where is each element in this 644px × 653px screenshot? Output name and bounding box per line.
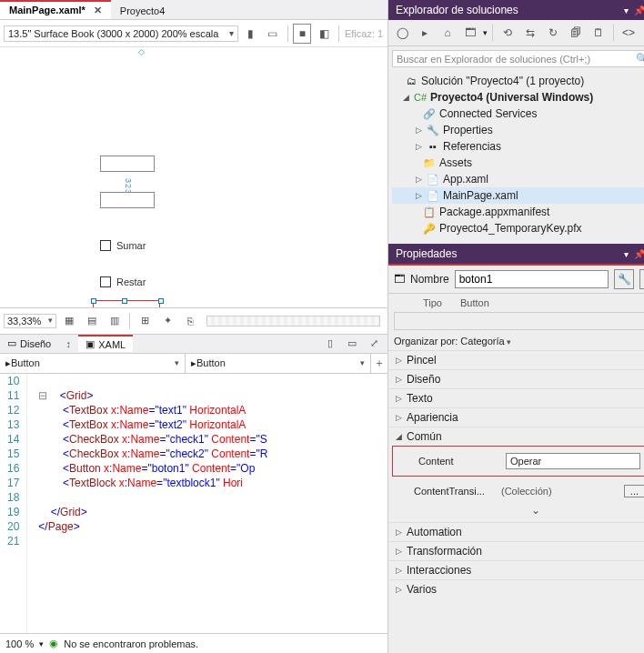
plus-icon[interactable]: ＋	[371, 354, 387, 374]
grid2-icon[interactable]: ▤	[82, 311, 102, 331]
design-canvas[interactable]: 323 Sumar Restar ⊟ 71 Operar	[42, 60, 369, 307]
fwd-icon[interactable]: ▸	[415, 23, 435, 43]
cat-apariencia[interactable]: ▷Apariencia	[388, 408, 644, 427]
expand-more-icon[interactable]: ⌄	[414, 502, 644, 518]
back-icon[interactable]: ◯	[392, 23, 412, 43]
wrench-icon[interactable]: 🔧	[614, 269, 634, 289]
tree-item-manifest[interactable]: 📋Package.appxmanifest	[392, 204, 644, 220]
status-bar: 100 % ▾ ◉ No se encontraron problemas.	[0, 633, 387, 653]
cat-automation[interactable]: ▷Automation	[388, 523, 644, 541]
home-icon[interactable]: ⌂	[438, 23, 458, 43]
zoom-value: 33,33%	[7, 316, 41, 326]
solution-node[interactable]: 🗂Solución "Proyecto4" (1 proyecto)	[392, 73, 644, 89]
crumb-left[interactable]: ▸ Button	[0, 354, 186, 373]
properties-search[interactable]	[394, 312, 644, 330]
check2-label: Restar	[116, 276, 146, 287]
organize-label: Organizar por: Categoría	[394, 336, 505, 347]
orientation-landscape-icon[interactable]: ▭	[264, 24, 282, 44]
line-num: 11	[7, 388, 19, 403]
item-label: Proyecto4_TemporaryKey.pfx	[439, 220, 582, 236]
organize-by[interactable]: Organizar por: Categoría	[388, 334, 644, 350]
split-v-icon[interactable]: ▭	[342, 334, 362, 354]
code-body[interactable]: ⊟ <Grid> <TextBox x:Name="text1" Horizon…	[27, 374, 267, 634]
view-split-icon[interactable]: ◧	[315, 24, 333, 44]
collapse-icon[interactable]: ⇆	[520, 23, 540, 43]
search-icon: 🔍	[636, 53, 644, 65]
check2[interactable]: Restar	[100, 276, 146, 287]
solution-tree[interactable]: 🗂Solución "Proyecto4" (1 proyecto) ◢C#Pr…	[388, 71, 644, 244]
tree-item-key[interactable]: 🔑Proyecto4_TemporaryKey.pfx	[392, 220, 644, 236]
prop-value-text: (Colección)	[501, 486, 619, 497]
view-full-icon[interactable]: ■	[293, 24, 311, 44]
close-icon[interactable]: ✕	[94, 5, 102, 15]
crumb-right-text: Button	[196, 357, 226, 368]
text1-box[interactable]	[100, 156, 155, 172]
cat-texto[interactable]: ▷Texto	[388, 389, 644, 407]
cat-label: Diseño	[407, 373, 440, 386]
tree-item-mainpage[interactable]: ▷📄MainPage.xaml	[392, 187, 644, 204]
cat-pincel[interactable]: ▷Pincel	[388, 351, 644, 369]
device-combo[interactable]: 13.5" Surface Book (3000 x 2000) 200% es…	[4, 25, 238, 42]
view-xaml-tab[interactable]: ▣ XAML	[78, 335, 133, 352]
dropdown-icon[interactable]: ▾	[624, 5, 629, 15]
sync-icon[interactable]: ⟲	[498, 23, 518, 43]
search-placeholder: Buscar en Explorador de soluciones (Ctrl…	[397, 54, 590, 65]
project-label: Proyecto4 (Universal Windows)	[430, 89, 593, 105]
events-icon[interactable]: ⚡	[639, 269, 644, 289]
cat-diseno[interactable]: ▷Diseño	[388, 370, 644, 388]
resize-handle[interactable]	[122, 298, 127, 304]
tree-item-connected[interactable]: 🔗Connected Services	[392, 105, 644, 122]
tab-mainpage[interactable]: MainPage.xaml* ✕	[0, 0, 111, 19]
code-editor[interactable]: 10 11 12 13 14 15 16 17 18 19 20 21 ⊟ <G…	[0, 374, 387, 634]
xaml-icon: ▣	[86, 338, 95, 350]
line-num: 15	[7, 447, 19, 461]
name-input[interactable]	[455, 270, 609, 288]
line-num: 17	[7, 476, 19, 490]
grid3-icon[interactable]: ▥	[105, 311, 125, 331]
refresh-icon[interactable]: ↻	[543, 23, 563, 43]
tree-item-properties[interactable]: ▷🔧Properties	[392, 122, 644, 138]
snap-icon[interactable]: ⊞	[135, 311, 155, 331]
tab-proyecto[interactable]: Proyecto4	[111, 2, 175, 19]
code-icon[interactable]: ⎘	[180, 311, 200, 331]
xaml-label: XAML	[98, 339, 126, 350]
pin-icon[interactable]: 📌	[634, 5, 644, 15]
text2-box[interactable]	[100, 192, 155, 208]
effects-icon[interactable]: ✦	[157, 311, 177, 331]
cat-comun[interactable]: ◢Común	[388, 427, 644, 446]
item-label: MainPage.xaml	[443, 187, 518, 204]
cat-varios[interactable]: ▷Varios	[388, 580, 644, 598]
tree-item-assets[interactable]: 📁Assets	[392, 155, 644, 171]
orientation-portrait-icon[interactable]: ▮	[242, 24, 260, 44]
view-design-tab[interactable]: ▭ Diseño	[0, 336, 58, 351]
project-node[interactable]: ◢C#Proyecto4 (Universal Windows)	[392, 89, 644, 105]
resize-handle[interactable]	[158, 298, 164, 304]
prop-content-value[interactable]: Operar	[506, 453, 640, 469]
crumb-left-text: Button	[11, 357, 40, 368]
properties-icon[interactable]: 🗒	[589, 23, 609, 43]
viewcode-icon[interactable]: <>	[619, 23, 639, 43]
resize-handle[interactable]	[91, 298, 96, 304]
toggle-icon[interactable]: 🗔	[460, 23, 480, 43]
item-label: Package.appxmanifest	[439, 204, 549, 220]
cat-interacciones[interactable]: ▷Interacciones	[388, 561, 644, 579]
design-surface[interactable]: ◇ 323 Sumar Restar ⊟ 71 Operar	[0, 47, 387, 307]
showall-icon[interactable]: 🗐	[566, 23, 586, 43]
swap-icon[interactable]: ↕	[58, 334, 78, 354]
collection-editor-button[interactable]: ...	[624, 485, 644, 497]
cat-transformacion[interactable]: ▷Transformación	[388, 542, 644, 560]
crumb-right[interactable]: ▸ Button	[186, 354, 371, 373]
properties-title: Propiedades	[396, 247, 457, 260]
pin-icon[interactable]: 📌	[634, 249, 644, 259]
expand-icon[interactable]: ⤢	[364, 334, 384, 354]
check1[interactable]: Sumar	[100, 240, 146, 251]
solution-search[interactable]: Buscar en Explorador de soluciones (Ctrl…	[392, 50, 644, 67]
tree-item-references[interactable]: ▷▪▪Referencias	[392, 138, 644, 155]
scrollbar[interactable]	[206, 316, 380, 326]
split-h-icon[interactable]: ▯	[320, 334, 340, 354]
zoom-combo[interactable]: 33,33%	[4, 314, 56, 328]
dropdown-icon[interactable]: ▾	[624, 249, 629, 259]
grid1-icon[interactable]: ▦	[59, 311, 79, 331]
line-num: 19	[7, 505, 19, 519]
tree-item-appxaml[interactable]: ▷📄App.xaml	[392, 171, 644, 187]
